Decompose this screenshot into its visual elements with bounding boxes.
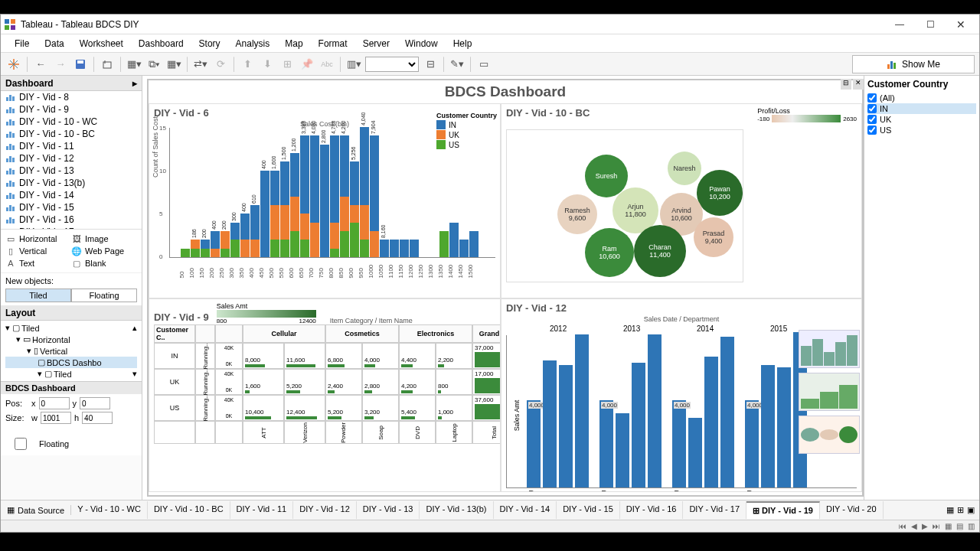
menu-format[interactable]: Format (311, 37, 355, 51)
object-image[interactable]: 🖼Image (71, 233, 137, 245)
size-h-input[interactable] (82, 412, 113, 424)
bubble[interactable]: Pawan10,200 (697, 170, 743, 216)
worksheet-list[interactable]: DIY - Vid - 8DIY - Vid - 9DIY - Vid - 10… (1, 91, 142, 229)
menu-analysis[interactable]: Analysis (228, 37, 278, 51)
save-button[interactable] (72, 56, 89, 73)
pos-x-input[interactable] (39, 397, 70, 409)
layout-tree[interactable]: ▾ ▢ Tiled▴ ▾ ▭ Horizontal ▾ ▯ Vertical ▢… (1, 321, 142, 381)
filter-option[interactable]: US (867, 125, 976, 135)
show-me-button[interactable]: Show Me (852, 55, 975, 73)
first-icon[interactable]: ⏮ (899, 522, 906, 530)
chart-vid9[interactable]: DIY - Vid - 9 Sales Amt 80012400 Item Ca… (149, 298, 501, 492)
sort-desc-button[interactable]: ⬇ (259, 56, 276, 73)
bubble[interactable]: Ramesh9,600 (557, 194, 597, 234)
filter-option[interactable]: UK (867, 114, 976, 125)
worksheet-item[interactable]: DIY - Vid - 10 - WC (1, 116, 142, 128)
tableau-logo-icon[interactable] (5, 56, 22, 73)
chart-type-button[interactable]: ▥▾ (345, 56, 362, 73)
forward-button[interactable]: → (52, 56, 69, 73)
new-sheet-icon[interactable]: ▦ (946, 505, 954, 515)
floating-toggle[interactable]: Floating (71, 289, 137, 302)
abc-button[interactable]: Abc (318, 56, 335, 73)
sheet-tabstrip[interactable]: ▦ Data Source Y - Vid - 10 - WCDIY - Vid… (1, 500, 979, 520)
next-icon[interactable]: ▶ (922, 522, 928, 530)
floating-checkbox[interactable] (5, 438, 36, 450)
pin-icon[interactable]: ⊟ (841, 79, 851, 90)
worksheet-item[interactable]: DIY - Vid - 12 (1, 152, 142, 165)
layout-tree-selected[interactable]: ▢ BDCS Dashbo (5, 357, 137, 368)
sheet-tab[interactable]: DIY - Vid - 16 (620, 501, 684, 519)
worksheet-item[interactable]: DIY - Vid - 10 - BC (1, 128, 142, 140)
pos-y-input[interactable] (80, 397, 110, 409)
highlight-button[interactable]: ✎▾ (449, 56, 466, 73)
filter-option[interactable]: (All) (867, 93, 976, 103)
worksheet-item[interactable]: DIY - Vid - 13(b) (1, 177, 142, 189)
sheet-tab[interactable]: DIY - Vid - 12 (293, 501, 357, 519)
minimize-button[interactable]: — (884, 15, 915, 34)
menu-server[interactable]: Server (355, 37, 397, 51)
menu-story[interactable]: Story (191, 37, 228, 51)
new-dashboard-icon[interactable]: ⊞ (957, 505, 964, 515)
worksheet-item[interactable]: DIY - Vid - 13 (1, 165, 142, 177)
object-web-page[interactable]: 🌐Web Page (71, 245, 137, 257)
maximize-button[interactable]: ☐ (915, 15, 946, 34)
size-w-input[interactable] (41, 412, 71, 424)
new-datasource-button[interactable] (99, 56, 116, 73)
menu-worksheet[interactable]: Worksheet (72, 37, 131, 51)
menu-dashboard[interactable]: Dashboard (131, 37, 191, 51)
duplicate-button[interactable]: ⧉▾ (145, 56, 162, 73)
chart-vid6[interactable]: DIY - Vid - 6 Sales Cost (bin) Count of … (149, 103, 501, 298)
sort-asc-button[interactable]: ⬆ (239, 56, 256, 73)
view1-icon[interactable]: ▦ (945, 522, 952, 530)
back-button[interactable]: ← (32, 56, 49, 73)
object-vertical[interactable]: ▯Vertical (5, 245, 71, 257)
sheet-tab[interactable]: DIY - Vid - 10 - BC (148, 501, 230, 519)
bubble[interactable]: Naresh (668, 152, 701, 185)
menu-help[interactable]: Help (446, 37, 480, 51)
object-text[interactable]: AText (5, 257, 71, 269)
datasource-tab[interactable]: ▦ Data Source (1, 505, 71, 515)
sheet-tab[interactable]: DIY - Vid - 17 (683, 501, 746, 519)
view3-icon[interactable]: ▥ (968, 522, 975, 530)
tiled-toggle[interactable]: Tiled (5, 289, 71, 302)
menu-window[interactable]: Window (397, 37, 446, 51)
view2-icon[interactable]: ▤ (956, 522, 963, 530)
clear-button[interactable]: ▦▾ (165, 56, 182, 73)
chart-vid12[interactable]: DIY - Vid - 12 Sales Date / Department S… (501, 298, 862, 492)
pane-menu-icon[interactable]: ▸ (132, 78, 137, 89)
worksheet-item[interactable]: DIY - Vid - 11 (1, 140, 142, 152)
worksheet-item[interactable]: DIY - Vid - 8 (1, 91, 142, 103)
swap-button[interactable]: ⇄▾ (192, 56, 209, 73)
prev-icon[interactable]: ◀ (911, 522, 917, 530)
group-button[interactable]: ⊞ (279, 56, 296, 73)
worksheet-item[interactable]: DIY - Vid - 14 (1, 189, 142, 201)
sheet-tab[interactable]: DIY - Vid - 13 (357, 501, 420, 519)
dashboard-canvas[interactable]: ⊟ ✕ BDCS Dashboard DIY - Vid - 6 Sales C… (142, 76, 864, 500)
worksheet-item[interactable]: DIY - Vid - 16 (1, 214, 142, 226)
filter-option[interactable]: IN (867, 103, 976, 114)
pin-button[interactable]: 📌 (299, 56, 315, 73)
menu-file[interactable]: File (7, 37, 37, 51)
remove-icon[interactable]: ✕ (853, 79, 864, 90)
fix-axes-button[interactable]: ⊟ (422, 56, 439, 73)
sheet-tab[interactable]: Y - Vid - 10 - WC (71, 501, 148, 519)
worksheet-item[interactable]: DIY - Vid - 9 (1, 103, 142, 116)
presentation-button[interactable]: ▭ (475, 56, 492, 73)
sheet-tab[interactable]: DIY - Vid - 14 (494, 501, 557, 519)
object-horizontal[interactable]: ▭Horizontal (5, 233, 71, 245)
sheet-tab[interactable]: ⊞ DIY - Vid - 19 (746, 501, 820, 519)
sheet-tab[interactable]: DIY - Vid - 11 (230, 501, 294, 519)
bubble[interactable]: Charan11,400 (634, 225, 686, 277)
fit-dropdown[interactable] (365, 57, 419, 72)
sheet-tab[interactable]: DIY - Vid - 15 (557, 501, 620, 519)
last-icon[interactable]: ⏭ (933, 522, 940, 530)
refresh-button[interactable]: ⟳ (212, 56, 229, 73)
worksheet-item[interactable]: DIY - Vid - 15 (1, 201, 142, 214)
object-blank[interactable]: ▢Blank (71, 257, 137, 269)
sheet-tab[interactable]: DIY - Vid - 20 (820, 501, 884, 519)
close-button[interactable]: ✕ (946, 15, 976, 34)
menu-data[interactable]: Data (37, 37, 71, 51)
bubble[interactable]: Ram10,600 (585, 228, 634, 277)
sheet-tab[interactable]: DIY - Vid - 13(b) (420, 501, 493, 519)
chart-vid10bc[interactable]: DIY - Vid - 10 - BC Profit/Loss -180 263… (501, 103, 862, 298)
